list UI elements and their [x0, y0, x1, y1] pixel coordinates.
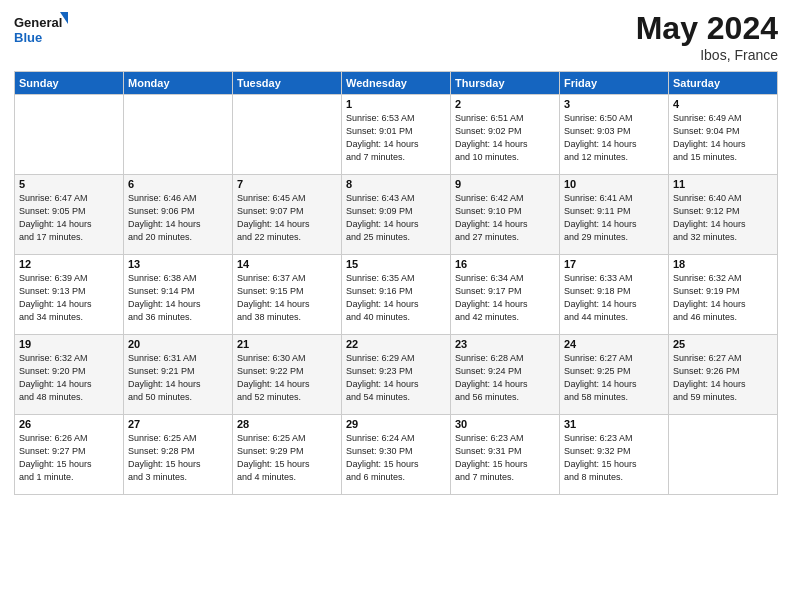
table-row: 16Sunrise: 6:34 AMSunset: 9:17 PMDayligh…	[451, 255, 560, 335]
table-row	[233, 95, 342, 175]
day-number: 23	[455, 338, 555, 350]
table-row: 11Sunrise: 6:40 AMSunset: 9:12 PMDayligh…	[669, 175, 778, 255]
day-info: Sunrise: 6:23 AMSunset: 9:31 PMDaylight:…	[455, 432, 555, 484]
day-info: Sunrise: 6:46 AMSunset: 9:06 PMDaylight:…	[128, 192, 228, 244]
week-row-4: 19Sunrise: 6:32 AMSunset: 9:20 PMDayligh…	[15, 335, 778, 415]
header-tuesday: Tuesday	[233, 72, 342, 95]
day-info: Sunrise: 6:45 AMSunset: 9:07 PMDaylight:…	[237, 192, 337, 244]
table-row: 23Sunrise: 6:28 AMSunset: 9:24 PMDayligh…	[451, 335, 560, 415]
day-info: Sunrise: 6:26 AMSunset: 9:27 PMDaylight:…	[19, 432, 119, 484]
day-number: 1	[346, 98, 446, 110]
table-row: 25Sunrise: 6:27 AMSunset: 9:26 PMDayligh…	[669, 335, 778, 415]
header-monday: Monday	[124, 72, 233, 95]
table-row: 29Sunrise: 6:24 AMSunset: 9:30 PMDayligh…	[342, 415, 451, 495]
day-info: Sunrise: 6:33 AMSunset: 9:18 PMDaylight:…	[564, 272, 664, 324]
table-row: 10Sunrise: 6:41 AMSunset: 9:11 PMDayligh…	[560, 175, 669, 255]
day-number: 9	[455, 178, 555, 190]
day-info: Sunrise: 6:24 AMSunset: 9:30 PMDaylight:…	[346, 432, 446, 484]
table-row: 19Sunrise: 6:32 AMSunset: 9:20 PMDayligh…	[15, 335, 124, 415]
day-info: Sunrise: 6:51 AMSunset: 9:02 PMDaylight:…	[455, 112, 555, 164]
table-row: 2Sunrise: 6:51 AMSunset: 9:02 PMDaylight…	[451, 95, 560, 175]
header-wednesday: Wednesday	[342, 72, 451, 95]
day-number: 26	[19, 418, 119, 430]
day-number: 12	[19, 258, 119, 270]
header: General Blue May 2024 Ibos, France	[14, 10, 778, 63]
day-info: Sunrise: 6:38 AMSunset: 9:14 PMDaylight:…	[128, 272, 228, 324]
week-row-1: 1Sunrise: 6:53 AMSunset: 9:01 PMDaylight…	[15, 95, 778, 175]
table-row: 3Sunrise: 6:50 AMSunset: 9:03 PMDaylight…	[560, 95, 669, 175]
table-row: 24Sunrise: 6:27 AMSunset: 9:25 PMDayligh…	[560, 335, 669, 415]
table-row: 6Sunrise: 6:46 AMSunset: 9:06 PMDaylight…	[124, 175, 233, 255]
day-info: Sunrise: 6:28 AMSunset: 9:24 PMDaylight:…	[455, 352, 555, 404]
svg-text:General: General	[14, 15, 62, 30]
table-row: 17Sunrise: 6:33 AMSunset: 9:18 PMDayligh…	[560, 255, 669, 335]
table-row: 12Sunrise: 6:39 AMSunset: 9:13 PMDayligh…	[15, 255, 124, 335]
calendar: Sunday Monday Tuesday Wednesday Thursday…	[14, 71, 778, 495]
day-number: 11	[673, 178, 773, 190]
day-number: 16	[455, 258, 555, 270]
day-info: Sunrise: 6:34 AMSunset: 9:17 PMDaylight:…	[455, 272, 555, 324]
day-number: 3	[564, 98, 664, 110]
month-year-title: May 2024	[636, 10, 778, 47]
table-row: 21Sunrise: 6:30 AMSunset: 9:22 PMDayligh…	[233, 335, 342, 415]
table-row: 13Sunrise: 6:38 AMSunset: 9:14 PMDayligh…	[124, 255, 233, 335]
day-info: Sunrise: 6:40 AMSunset: 9:12 PMDaylight:…	[673, 192, 773, 244]
day-info: Sunrise: 6:27 AMSunset: 9:26 PMDaylight:…	[673, 352, 773, 404]
table-row	[669, 415, 778, 495]
day-info: Sunrise: 6:42 AMSunset: 9:10 PMDaylight:…	[455, 192, 555, 244]
table-row: 5Sunrise: 6:47 AMSunset: 9:05 PMDaylight…	[15, 175, 124, 255]
svg-text:Blue: Blue	[14, 30, 42, 45]
day-info: Sunrise: 6:35 AMSunset: 9:16 PMDaylight:…	[346, 272, 446, 324]
day-number: 17	[564, 258, 664, 270]
day-info: Sunrise: 6:31 AMSunset: 9:21 PMDaylight:…	[128, 352, 228, 404]
table-row: 20Sunrise: 6:31 AMSunset: 9:21 PMDayligh…	[124, 335, 233, 415]
weekday-header-row: Sunday Monday Tuesday Wednesday Thursday…	[15, 72, 778, 95]
day-number: 5	[19, 178, 119, 190]
day-number: 10	[564, 178, 664, 190]
table-row: 1Sunrise: 6:53 AMSunset: 9:01 PMDaylight…	[342, 95, 451, 175]
header-thursday: Thursday	[451, 72, 560, 95]
day-info: Sunrise: 6:39 AMSunset: 9:13 PMDaylight:…	[19, 272, 119, 324]
day-info: Sunrise: 6:41 AMSunset: 9:11 PMDaylight:…	[564, 192, 664, 244]
day-number: 25	[673, 338, 773, 350]
day-number: 7	[237, 178, 337, 190]
table-row: 9Sunrise: 6:42 AMSunset: 9:10 PMDaylight…	[451, 175, 560, 255]
day-info: Sunrise: 6:37 AMSunset: 9:15 PMDaylight:…	[237, 272, 337, 324]
week-row-2: 5Sunrise: 6:47 AMSunset: 9:05 PMDaylight…	[15, 175, 778, 255]
header-sunday: Sunday	[15, 72, 124, 95]
day-number: 18	[673, 258, 773, 270]
header-saturday: Saturday	[669, 72, 778, 95]
day-info: Sunrise: 6:25 AMSunset: 9:29 PMDaylight:…	[237, 432, 337, 484]
day-info: Sunrise: 6:47 AMSunset: 9:05 PMDaylight:…	[19, 192, 119, 244]
day-info: Sunrise: 6:32 AMSunset: 9:19 PMDaylight:…	[673, 272, 773, 324]
table-row: 22Sunrise: 6:29 AMSunset: 9:23 PMDayligh…	[342, 335, 451, 415]
day-info: Sunrise: 6:29 AMSunset: 9:23 PMDaylight:…	[346, 352, 446, 404]
location-label: Ibos, France	[636, 47, 778, 63]
day-number: 8	[346, 178, 446, 190]
day-info: Sunrise: 6:30 AMSunset: 9:22 PMDaylight:…	[237, 352, 337, 404]
day-number: 14	[237, 258, 337, 270]
day-info: Sunrise: 6:23 AMSunset: 9:32 PMDaylight:…	[564, 432, 664, 484]
table-row: 4Sunrise: 6:49 AMSunset: 9:04 PMDaylight…	[669, 95, 778, 175]
day-number: 28	[237, 418, 337, 430]
day-info: Sunrise: 6:53 AMSunset: 9:01 PMDaylight:…	[346, 112, 446, 164]
table-row: 30Sunrise: 6:23 AMSunset: 9:31 PMDayligh…	[451, 415, 560, 495]
day-number: 19	[19, 338, 119, 350]
day-info: Sunrise: 6:25 AMSunset: 9:28 PMDaylight:…	[128, 432, 228, 484]
table-row: 7Sunrise: 6:45 AMSunset: 9:07 PMDaylight…	[233, 175, 342, 255]
logo-svg: General Blue	[14, 10, 69, 48]
day-info: Sunrise: 6:27 AMSunset: 9:25 PMDaylight:…	[564, 352, 664, 404]
logo: General Blue	[14, 10, 69, 48]
day-number: 30	[455, 418, 555, 430]
day-number: 27	[128, 418, 228, 430]
header-friday: Friday	[560, 72, 669, 95]
day-info: Sunrise: 6:49 AMSunset: 9:04 PMDaylight:…	[673, 112, 773, 164]
table-row: 14Sunrise: 6:37 AMSunset: 9:15 PMDayligh…	[233, 255, 342, 335]
day-number: 13	[128, 258, 228, 270]
table-row: 28Sunrise: 6:25 AMSunset: 9:29 PMDayligh…	[233, 415, 342, 495]
week-row-5: 26Sunrise: 6:26 AMSunset: 9:27 PMDayligh…	[15, 415, 778, 495]
day-info: Sunrise: 6:43 AMSunset: 9:09 PMDaylight:…	[346, 192, 446, 244]
day-number: 15	[346, 258, 446, 270]
table-row: 15Sunrise: 6:35 AMSunset: 9:16 PMDayligh…	[342, 255, 451, 335]
day-number: 29	[346, 418, 446, 430]
